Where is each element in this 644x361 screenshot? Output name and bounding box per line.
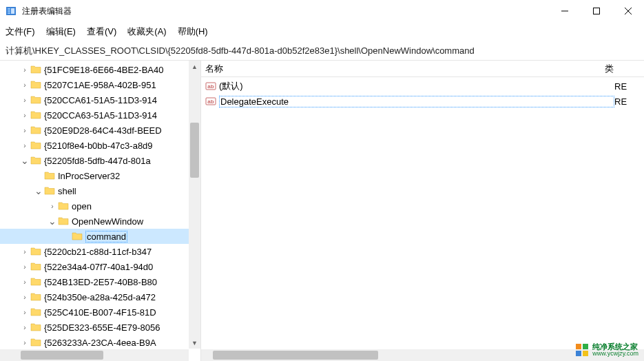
menu-help[interactable]: 帮助(H) — [178, 25, 208, 38]
chevron-right-icon[interactable]: › — [19, 309, 30, 316]
titlebar: 注册表编辑器 — [0, 0, 644, 22]
folder-icon — [30, 307, 41, 318]
tree-item-label: {525DE323-655E-4E79-8056 — [44, 322, 160, 333]
tree-item[interactable]: ›{522e34a4-07f7-40a1-94d0 — [0, 259, 200, 274]
menu-edit[interactable]: 编辑(E) — [46, 25, 76, 38]
tree-item[interactable]: ›{5220cb21-c88d-11cf-b347 — [0, 244, 200, 259]
folder-icon — [30, 64, 41, 75]
chevron-right-icon[interactable]: › — [19, 112, 30, 119]
tree-item[interactable]: ›{524B13ED-2E57-40B8-B80 — [0, 274, 200, 289]
chevron-right-icon[interactable]: › — [19, 278, 30, 286]
tree-item-label: shell — [58, 186, 76, 196]
tree-item[interactable]: InProcServer32 — [0, 168, 200, 183]
svg-rect-3 — [8, 12, 10, 14]
column-header-name[interactable]: 名称 — [205, 63, 605, 75]
tree-item[interactable]: ›{520CCA63-51A5-11D3-914 — [0, 107, 200, 123]
folder-icon — [44, 185, 55, 196]
value-type: RE — [614, 96, 627, 107]
maximize-button[interactable] — [581, 0, 612, 22]
chevron-right-icon[interactable]: › — [19, 142, 30, 149]
folder-icon — [30, 261, 41, 272]
tree-item[interactable]: ›{525C410E-B007-4F15-81D — [0, 305, 200, 320]
folder-icon — [30, 291, 41, 302]
svg-rect-5 — [594, 8, 600, 14]
tree-item[interactable]: ›{5207C1AE-958A-402B-951 — [0, 77, 200, 92]
chevron-down-icon[interactable]: ⌄ — [47, 216, 58, 227]
chevron-right-icon[interactable]: › — [19, 248, 30, 256]
folder-icon — [44, 170, 55, 181]
tree-item[interactable]: ›{51FC9E18-6E66-4BE2-BA40 — [0, 62, 200, 77]
tree-item[interactable]: ›{5210f8e4-b0bb-47c3-a8d9 — [0, 138, 200, 153]
folder-icon — [30, 322, 41, 333]
chevron-down-icon[interactable]: ⌄ — [33, 185, 44, 196]
value-type: RE — [614, 81, 627, 92]
close-button[interactable] — [612, 0, 644, 22]
window-controls — [549, 0, 644, 22]
tree-item[interactable]: ›{525DE323-655E-4E79-8056 — [0, 320, 200, 335]
watermark: 纯净系统之家 www.ycwjzy.com — [576, 343, 638, 357]
chevron-right-icon[interactable]: › — [19, 339, 30, 347]
tree-item-label: {5263233A-23CA-4eea-B9A — [44, 338, 156, 348]
watermark-text: 纯净系统之家 www.ycwjzy.com — [592, 343, 638, 357]
chevron-right-icon[interactable]: › — [19, 324, 30, 331]
chevron-right-icon[interactable]: › — [19, 263, 30, 271]
menu-file[interactable]: 文件(F) — [6, 25, 35, 38]
list-row[interactable]: ab(默认)RE — [201, 79, 644, 94]
chevron-right-icon[interactable]: › — [19, 96, 30, 104]
tree-item[interactable]: ⌄{52205fd8-5dfb-447d-801a — [0, 153, 200, 168]
tree-item-label: {5210f8e4-b0bb-47c3-a8d9 — [44, 141, 153, 151]
tree-item-label: {524b350e-a28a-425d-a472 — [44, 292, 156, 302]
chevron-right-icon[interactable]: › — [19, 66, 30, 74]
folder-icon — [30, 125, 41, 136]
tree-item[interactable]: ⌄OpenNewWindow — [0, 214, 200, 229]
tree-item-label: {5207C1AE-958A-402B-951 — [44, 80, 156, 90]
tree-horizontal-scrollbar[interactable] — [0, 349, 189, 361]
tree-panel: ›{51FC9E18-6E66-4BE2-BA40›{5207C1AE-958A… — [0, 61, 201, 361]
tree-item[interactable]: ›{520CCA61-51A5-11D3-914 — [0, 92, 200, 107]
tree-item[interactable]: ›{5263233A-23CA-4eea-B9A — [0, 335, 200, 350]
tree-item-label: {5220cb21-c88d-11cf-b347 — [44, 247, 152, 257]
watermark-line2: www.ycwjzy.com — [592, 351, 638, 357]
svg-rect-1 — [8, 8, 10, 10]
tree-item-label: {524B13ED-2E57-40B8-B80 — [44, 277, 157, 287]
scroll-thumb[interactable] — [190, 123, 199, 178]
folder-icon — [58, 200, 69, 212]
menu-favorites[interactable]: 收藏夹(A) — [127, 25, 166, 38]
tree-item[interactable]: ⌄shell — [0, 183, 200, 198]
folder-icon — [30, 79, 41, 90]
svg-text:ab: ab — [207, 99, 214, 105]
chevron-down-icon[interactable]: ⌄ — [19, 155, 30, 166]
string-value-icon: ab — [205, 96, 216, 107]
folder-icon — [30, 140, 41, 151]
folder-icon — [30, 246, 41, 257]
folder-icon — [30, 155, 41, 166]
tree-item-label: open — [72, 201, 92, 212]
tree-vertical-scrollbar[interactable]: ▲ ▼ — [189, 61, 200, 349]
svg-text:ab: ab — [207, 83, 214, 90]
tree-item-label: {522e34a4-07f7-40a1-94d0 — [44, 262, 153, 272]
chevron-right-icon[interactable]: › — [47, 203, 58, 210]
list-row[interactable]: abDelegateExecuteRE — [201, 94, 644, 109]
tree-item[interactable]: ›open — [0, 198, 200, 214]
scroll-thumb[interactable] — [21, 351, 103, 360]
tree-item[interactable]: ›{520E9D28-64C4-43df-BEED — [0, 123, 200, 138]
tree-item[interactable]: command — [0, 229, 200, 244]
scroll-down-icon[interactable]: ▼ — [189, 337, 200, 349]
scroll-thumb[interactable] — [213, 351, 378, 360]
folder-icon — [30, 110, 41, 121]
tree-item-label: {52205fd8-5dfb-447d-801a — [44, 156, 151, 166]
address-text: 计算机\HKEY_CLASSES_ROOT\CLSID\{52205fd8-5d… — [6, 45, 475, 57]
chevron-right-icon[interactable]: › — [19, 127, 30, 134]
scroll-up-icon[interactable]: ▲ — [189, 61, 200, 72]
minimize-button[interactable] — [549, 0, 581, 22]
chevron-right-icon[interactable]: › — [19, 293, 30, 301]
list-panel: 名称 类 ab(默认)REabDelegateExecuteRE 纯净系统之家 … — [201, 61, 644, 361]
address-bar[interactable]: 计算机\HKEY_CLASSES_ROOT\CLSID\{52205fd8-5d… — [0, 41, 644, 61]
folder-icon — [30, 276, 41, 287]
value-name: DelegateExecute — [219, 96, 614, 107]
list-header: 名称 类 — [201, 61, 644, 77]
column-header-type[interactable]: 类 — [605, 63, 644, 75]
chevron-right-icon[interactable]: › — [19, 81, 30, 89]
tree-item[interactable]: ›{524b350e-a28a-425d-a472 — [0, 289, 200, 305]
menu-view[interactable]: 查看(V) — [87, 25, 116, 38]
